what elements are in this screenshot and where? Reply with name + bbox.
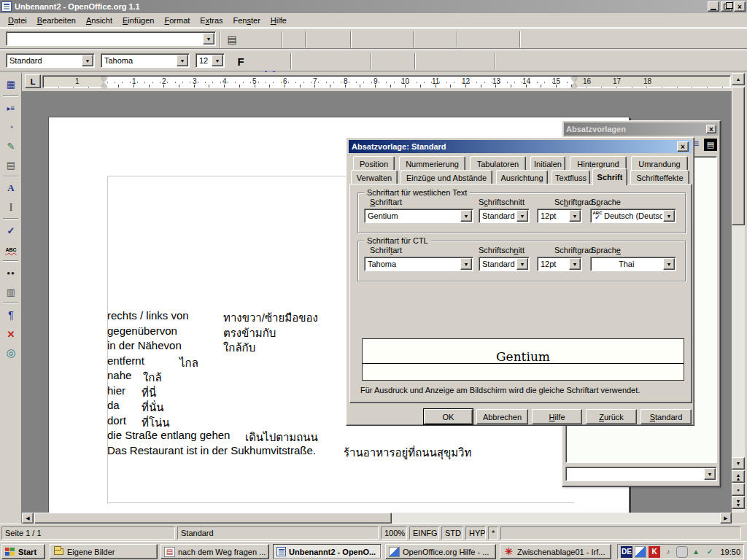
taskbar-button-weg-fragen[interactable]: ▤ nach dem Weg fragen ...	[160, 544, 269, 559]
status-page-style[interactable]: Standard	[177, 526, 379, 540]
ctl-language-dropdown[interactable]: ▼	[663, 258, 675, 270]
stylist-filter-dropdown-button[interactable]: ▼	[704, 468, 716, 480]
data-sources-icon[interactable]: ▥	[2, 283, 20, 300]
new-document-icon[interactable]: ▤	[223, 31, 241, 48]
tab-position[interactable]: Position	[353, 156, 395, 171]
next-page-button[interactable]: ▼▼	[732, 497, 745, 509]
insert-table-icon[interactable]: ▦	[2, 75, 20, 93]
tab-schrifteffekte[interactable]: Schrifteffekte	[630, 170, 689, 184]
paragraph-style-dialog[interactable]: Absatzvorlage: Standard × Position Numme…	[346, 137, 694, 426]
start-button[interactable]: Start	[1, 544, 45, 559]
ok-button[interactable]: OK	[424, 409, 473, 424]
taskbar-button-openoffice-hilfe[interactable]: OpenOffice.org Hilfe - ...	[385, 544, 496, 559]
western-size-combobox[interactable]: 12pt ▼	[537, 209, 582, 223]
horizontal-scroll-thumb[interactable]	[34, 513, 392, 524]
tab-schrift[interactable]: Schrift	[592, 168, 627, 185]
bold-icon[interactable]: F	[232, 52, 249, 70]
taskbar-button-zwischenablage[interactable]: ✳ Zwischenablage01 - Irf...	[500, 544, 611, 559]
title-bar[interactable]: Unbenannt2 - OpenOffice.org 1.1 ×	[0, 0, 747, 13]
western-font-dropdown[interactable]: ▼	[460, 210, 472, 222]
url-combobox[interactable]: ▼	[6, 31, 216, 46]
stylist-close-button[interactable]: ×	[706, 125, 716, 133]
style-combobox[interactable]: Standard ▼	[6, 53, 95, 68]
tab-einzuege-und-abstaende[interactable]: Einzüge und Abstände	[400, 170, 492, 184]
tab-nummerierung[interactable]: Nummerierung	[399, 156, 465, 171]
menu-fenster[interactable]: Fenster	[228, 15, 266, 26]
nonprinting-characters-icon[interactable]: ¶	[2, 306, 20, 324]
zurueck-button[interactable]: Zurück	[586, 409, 637, 424]
ctl-style-dropdown[interactable]: ▼	[516, 258, 528, 270]
standard-button[interactable]: Standard	[640, 409, 692, 424]
direct-cursor-icon[interactable]: I	[2, 198, 20, 216]
western-style-dropdown[interactable]: ▼	[516, 210, 528, 222]
auto-spellcheck-icon[interactable]: ABC	[2, 241, 20, 258]
restore-button[interactable]	[721, 1, 732, 12]
indent-marker-left[interactable]	[101, 77, 108, 88]
menu-format[interactable]: Format	[159, 15, 195, 26]
ctl-style-combobox[interactable]: Standard ▼	[479, 257, 530, 271]
status-hyperlink-mode[interactable]: HYP	[465, 526, 486, 540]
font-dropdown-button[interactable]: ▼	[177, 55, 188, 66]
keyboard-layout-indicator[interactable]: DE	[621, 546, 632, 558]
tab-umrandung[interactable]: Umrandung	[631, 156, 688, 171]
horizontal-scrollbar[interactable]: ◀ ▶	[22, 513, 732, 524]
indent-marker-right[interactable]	[571, 77, 578, 88]
messenger-icon[interactable]: ✓	[704, 546, 716, 558]
taskbar-button-eigene-bilder[interactable]: Eigene Bilder	[50, 544, 158, 559]
font-size-combobox[interactable]: 12 ▼	[196, 53, 225, 68]
tab-initialen[interactable]: Initialen	[530, 156, 565, 171]
stylist-filter-combobox[interactable]: ▼	[565, 467, 717, 481]
tab-ausrichtung[interactable]: Ausrichtung	[496, 170, 548, 184]
western-language-combobox[interactable]: ABC ✓ Deutsch (Deutsc ▼	[590, 209, 676, 223]
dialog-close-button[interactable]: ×	[677, 141, 689, 152]
draw-functions-icon[interactable]: ✎	[2, 137, 20, 155]
status-selection-mode[interactable]: STD	[441, 526, 463, 540]
scroll-right-button[interactable]: ▶	[720, 513, 732, 524]
update-icon[interactable]: ▲	[690, 546, 702, 558]
vertical-scrollbar[interactable]: ▲ ▼ ▲▲ ● ▼▼	[732, 73, 745, 513]
volume-icon[interactable]: ♪	[662, 546, 674, 558]
scroll-down-button[interactable]: ▼	[732, 457, 745, 470]
form-functions-icon[interactable]: ▤	[2, 156, 20, 174]
antivirus-icon[interactable]: K	[649, 546, 660, 558]
ctl-size-combobox[interactable]: 12pt ▼	[537, 257, 582, 271]
size-dropdown-button[interactable]: ▼	[212, 55, 223, 66]
status-zoom[interactable]: 100%	[381, 526, 407, 540]
insert-object-icon[interactable]: ◔	[2, 118, 20, 136]
stylist-title-bar[interactable]: Absatzvorlagen ×	[564, 122, 719, 136]
stylist-fill-mode-icon[interactable]: ≡	[694, 139, 701, 150]
horizontal-ruler[interactable]: 1 1 2 3 4 5 6 7 8 9 10 11 12 13 14 15 16…	[42, 75, 731, 88]
menu-einfuegen[interactable]: Einfügen	[117, 15, 159, 26]
font-name-combobox[interactable]: Tahoma ▼	[101, 53, 190, 68]
tab-textfluss[interactable]: Textfluss	[551, 170, 590, 184]
url-dropdown-button[interactable]: ▼	[203, 33, 214, 44]
previous-page-button[interactable]: ▲▲	[732, 470, 745, 483]
find-icon[interactable]: ●●	[2, 264, 20, 281]
spellcheck-icon[interactable]: ✓	[2, 222, 20, 239]
graphics-toggle-icon[interactable]: ✕	[2, 325, 20, 343]
ctl-language-combobox[interactable]: Thai ▼	[590, 257, 676, 271]
taskbar-button-unbenannt2[interactable]: Unbenannt2 - OpenO...	[273, 544, 382, 559]
tab-tabulatoren[interactable]: Tabulatoren	[470, 156, 526, 171]
navigation-dot-button[interactable]: ●	[732, 483, 745, 496]
dialog-title-bar[interactable]: Absatzvorlage: Standard ×	[349, 140, 692, 153]
vertical-scroll-thumb[interactable]	[732, 87, 745, 225]
scroll-up-button[interactable]: ▲	[732, 73, 745, 85]
close-button[interactable]: ×	[734, 1, 746, 12]
quickstarter-icon[interactable]	[635, 546, 646, 558]
mouse-settings-icon[interactable]	[676, 546, 688, 558]
stylist-new-style-icon[interactable]: ▤	[704, 139, 717, 151]
menu-datei[interactable]: Datei	[3, 15, 32, 26]
western-size-dropdown[interactable]: ▼	[569, 210, 581, 222]
scroll-left-button[interactable]: ◀	[22, 513, 34, 524]
autotext-icon[interactable]: A	[2, 179, 20, 197]
hilfe-button[interactable]: Hilfe	[532, 409, 582, 424]
status-insert-mode[interactable]: EINFG	[409, 526, 439, 540]
minimize-button[interactable]	[708, 1, 719, 12]
western-style-combobox[interactable]: Standard ▼	[479, 209, 530, 223]
ctl-size-dropdown[interactable]: ▼	[569, 258, 581, 270]
western-font-combobox[interactable]: Gentium ▼	[364, 209, 473, 223]
ctl-font-dropdown[interactable]: ▼	[460, 258, 472, 270]
menu-ansicht[interactable]: Ansicht	[81, 15, 117, 26]
ctl-font-combobox[interactable]: Tahoma ▼	[364, 257, 473, 271]
